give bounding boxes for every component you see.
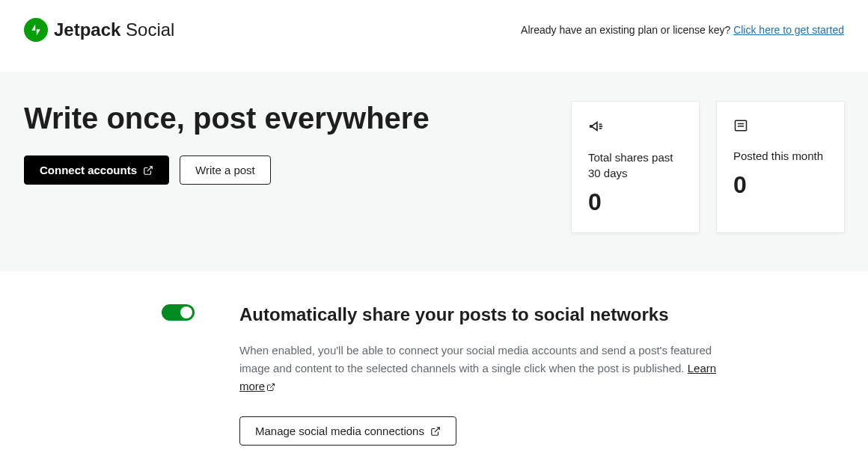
header: Jetpack Social Already have an existing … — [0, 0, 868, 72]
brand-logo: Jetpack Social — [24, 18, 174, 42]
stat-value-shares: 0 — [588, 188, 682, 216]
post-list-icon — [733, 118, 828, 136]
hero-left: Write once, post everywhere Connect acco… — [24, 102, 548, 232]
stat-card-shares: Total shares past 30 days 0 — [572, 102, 699, 232]
toggle-knob — [180, 306, 192, 318]
brand-light: Social — [126, 19, 174, 40]
stat-card-posted: Posted this month 0 — [717, 102, 844, 232]
license-prompt-line: Already have an existing plan or license… — [521, 24, 844, 36]
stat-cards: Total shares past 30 days 0 Posted this … — [572, 102, 844, 232]
hero-section: Write once, post everywhere Connect acco… — [0, 72, 868, 271]
svg-line-0 — [147, 166, 152, 170]
write-post-label: Write a post — [195, 164, 255, 176]
external-link-icon — [143, 165, 153, 176]
external-link-icon — [266, 383, 275, 392]
auto-share-title: Automatically share your posts to social… — [239, 304, 718, 325]
stat-label-posted: Posted this month — [733, 148, 828, 164]
auto-share-desc-text: When enabled, you'll be able to connect … — [239, 344, 712, 375]
hero-buttons: Connect accounts Write a post — [24, 155, 548, 185]
auto-share-description: When enabled, you'll be able to connect … — [239, 342, 718, 395]
megaphone-icon — [588, 118, 682, 138]
auto-share-toggle[interactable] — [162, 304, 195, 321]
stat-label-shares: Total shares past 30 days — [588, 150, 682, 181]
stat-value-posted: 0 — [733, 171, 828, 199]
auto-share-body: Automatically share your posts to social… — [239, 304, 718, 446]
svg-line-7 — [270, 384, 275, 389]
toggle-wrap — [24, 304, 195, 446]
external-link-icon — [430, 426, 441, 437]
connect-accounts-label: Connect accounts — [40, 164, 137, 176]
brand-title: Jetpack Social — [54, 19, 174, 40]
hero-title: Write once, post everywhere — [24, 102, 548, 135]
auto-share-section: Automatically share your posts to social… — [0, 271, 868, 453]
connect-accounts-button[interactable]: Connect accounts — [24, 155, 169, 185]
manage-connections-button[interactable]: Manage social media connections — [239, 416, 456, 446]
brand-bold: Jetpack — [54, 19, 120, 40]
license-prompt-text: Already have an existing plan or license… — [521, 24, 733, 36]
svg-line-8 — [435, 427, 439, 431]
jetpack-icon — [24, 18, 48, 42]
license-link[interactable]: Click here to get started — [733, 24, 844, 36]
write-post-button[interactable]: Write a post — [180, 155, 271, 185]
manage-connections-label: Manage social media connections — [255, 425, 424, 437]
svg-rect-4 — [736, 120, 747, 130]
